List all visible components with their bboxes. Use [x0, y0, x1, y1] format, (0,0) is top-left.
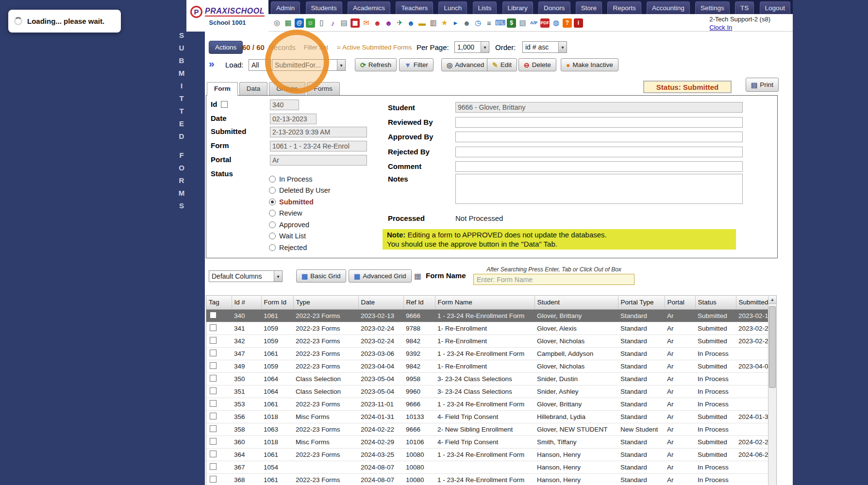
col-header-type[interactable]: Type	[293, 296, 358, 309]
payment-icon[interactable]: ▬	[417, 18, 427, 28]
row-tag-checkbox[interactable]	[210, 312, 217, 318]
approved-by-field[interactable]	[455, 132, 743, 142]
nav-item-lists[interactable]: Lists	[473, 1, 497, 14]
nav-item-logout[interactable]: Logout	[760, 1, 790, 14]
list-icon[interactable]: ≡	[484, 18, 494, 28]
radio-icon[interactable]	[269, 199, 276, 205]
scroll-up-icon[interactable]: ▲	[768, 296, 776, 304]
status-radio-in-process[interactable]: In Process	[269, 173, 331, 185]
row-tag-checkbox[interactable]	[210, 337, 217, 344]
col-header-form-id[interactable]: Form Id	[261, 296, 293, 309]
nav-item-teachers[interactable]: Teachers	[396, 1, 433, 14]
nav-item-library[interactable]: Library	[502, 1, 533, 14]
load-scope-select[interactable]: All	[249, 59, 271, 71]
table-row[interactable]: 34710612022-23 Forms2023-03-0693921 - 23…	[206, 347, 769, 360]
radio-icon[interactable]	[269, 210, 276, 217]
search-icon[interactable]: ◎	[272, 18, 282, 28]
teacher-icon[interactable]: ☻	[384, 18, 393, 28]
mobile-icon[interactable]: ▯	[317, 18, 326, 28]
row-tag-checkbox[interactable]	[210, 451, 217, 457]
nav-item-accounting[interactable]: Accounting	[647, 1, 690, 14]
row-tag-checkbox[interactable]	[210, 362, 217, 369]
row-tag-checkbox[interactable]	[210, 463, 217, 470]
table-row[interactable]: 34010612022-23 Forms2023-02-1396661 - 23…	[206, 309, 769, 322]
nav-item-reports[interactable]: Reports	[607, 1, 641, 14]
chat-icon[interactable]: ☺	[306, 18, 315, 28]
actions-button[interactable]: Actions	[209, 41, 243, 54]
scrollbar-thumb[interactable]	[769, 306, 776, 388]
col-header-portal-type[interactable]: Portal Type	[618, 296, 665, 309]
info-icon[interactable]: i	[574, 18, 583, 28]
clock-icon[interactable]: ◷	[473, 18, 483, 28]
row-tag-checkbox[interactable]	[210, 387, 217, 394]
status-radio-rejected[interactable]: Rejected	[269, 242, 331, 253]
col-header-tag[interactable]: Tag	[206, 296, 232, 309]
radio-icon[interactable]	[269, 244, 276, 251]
row-tag-checkbox[interactable]	[210, 400, 217, 407]
radio-icon[interactable]	[269, 176, 276, 183]
row-tag-checkbox[interactable]	[210, 438, 217, 445]
advanced-button[interactable]: ◎Advanced	[441, 58, 489, 71]
edit-button[interactable]: ✎Edit	[487, 58, 517, 71]
comment-field[interactable]	[455, 161, 743, 172]
id-checkbox[interactable]	[221, 101, 228, 108]
tab-form[interactable]: Form	[207, 82, 238, 96]
tab-forms[interactable]: Forms	[307, 82, 340, 95]
form-field[interactable]	[270, 141, 367, 151]
table-row[interactable]: 34210592022-23 Forms2023-02-2498421- Re-…	[206, 334, 769, 347]
ap-icon[interactable]: A/P	[529, 18, 538, 28]
nav-item-academics[interactable]: Academics	[348, 1, 390, 14]
family-icon[interactable]: ☻	[406, 18, 416, 28]
status-radio-approved[interactable]: Approved	[269, 219, 331, 231]
col-header-status[interactable]: Status	[695, 296, 736, 309]
delete-button[interactable]: ⊖Delete	[518, 58, 556, 71]
col-header-ref-id[interactable]: Ref Id	[403, 296, 435, 309]
refresh-button[interactable]: ⟳Refresh	[355, 58, 397, 71]
filter-button[interactable]: ▼Filter	[399, 58, 434, 71]
tab-groups[interactable]: Groups	[269, 82, 305, 95]
row-tag-checkbox[interactable]	[210, 350, 217, 356]
email-icon[interactable]: @	[295, 18, 304, 28]
printer-tool-icon[interactable]: ▤	[339, 18, 349, 28]
send-icon[interactable]: ▸	[451, 18, 460, 28]
order-select[interactable]: id # asc ▾	[522, 41, 567, 53]
table-row[interactable]: 36410612022-23 Forms2024-03-25100801 - 2…	[206, 448, 769, 461]
table-row[interactable]: 34110592022-23 Forms2023-02-2497881- Re-…	[206, 322, 769, 334]
chart-icon[interactable]: ▧	[518, 18, 527, 28]
col-header-submitted[interactable]: Submitted▲	[736, 296, 769, 309]
nav-item-lunch[interactable]: Lunch	[438, 1, 467, 14]
outgoing-mail-icon[interactable]: ✉	[362, 18, 371, 28]
nav-item-students[interactable]: Students	[306, 1, 342, 14]
table-row[interactable]: 36710542024-08-0710080Hanson, HenryStand…	[206, 461, 769, 473]
row-tag-checkbox[interactable]	[210, 425, 217, 432]
notes-field[interactable]	[455, 174, 743, 204]
per-page-select[interactable]: 1,000 ▾	[454, 41, 489, 53]
expand-chevrons-icon[interactable]: »	[209, 58, 215, 69]
col-header-form-name[interactable]: Form Name	[435, 296, 534, 309]
radio-icon[interactable]	[269, 233, 276, 239]
status-radio-wait-list[interactable]: Wait List	[269, 231, 331, 242]
money-icon[interactable]: $	[507, 18, 516, 28]
radio-icon[interactable]	[269, 221, 276, 228]
id-field[interactable]	[270, 100, 299, 110]
rejected-by-field[interactable]	[455, 147, 743, 157]
table-row[interactable]: 3561018Misc Forms2024-01-31101334- Field…	[206, 410, 769, 423]
portal-field[interactable]	[270, 155, 367, 166]
table-row[interactable]: 35810632022-23 Forms2024-02-2296662- New…	[206, 423, 769, 435]
table-row[interactable]: 3511064Class Selection2023-05-0499603- 2…	[206, 385, 769, 398]
student-field[interactable]	[455, 102, 743, 113]
row-tag-checkbox[interactable]	[210, 476, 217, 483]
col-header-student[interactable]: Student	[534, 296, 618, 309]
award-icon[interactable]: ★	[440, 18, 449, 28]
status-radio-submitted[interactable]: Submitted	[269, 196, 331, 208]
row-tag-checkbox[interactable]	[210, 413, 217, 419]
audio-icon[interactable]: ♪	[328, 18, 337, 28]
col-header-portal[interactable]: Portal	[665, 296, 695, 309]
status-radio-review[interactable]: Review	[269, 208, 331, 219]
pdf-icon[interactable]: PDF	[540, 18, 550, 28]
nav-item-donors[interactable]: Donors	[538, 1, 570, 14]
col-header-date[interactable]: Date	[358, 296, 403, 309]
grid-scrollbar[interactable]: ▲	[768, 296, 776, 485]
table-row[interactable]: 3601018Misc Forms2024-02-29101064- Field…	[206, 435, 769, 448]
ledger-icon[interactable]: ▥	[429, 18, 438, 28]
